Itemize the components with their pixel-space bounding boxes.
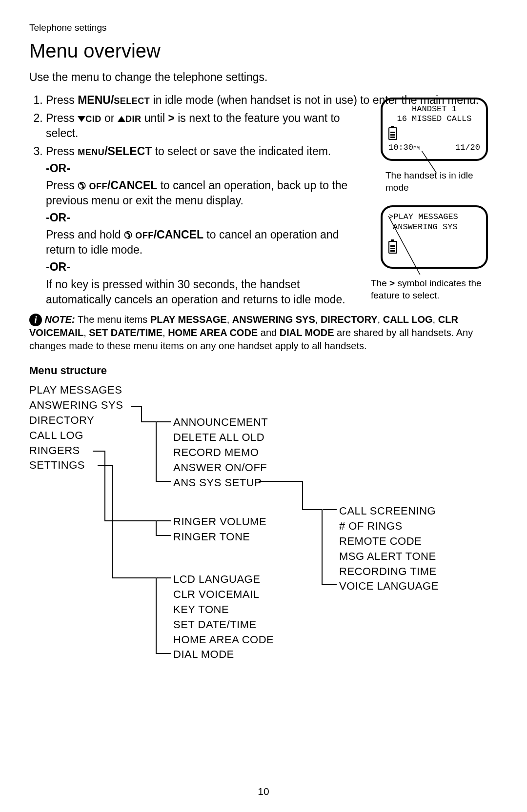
section-label: Telephone settings xyxy=(29,22,498,33)
page-title: Menu overview xyxy=(29,40,498,62)
menu-tree: PLAY MESSAGES ANSWERING SYS DIRECTORY CA… xyxy=(29,383,498,685)
tree-col-3: CALL SCREENING # OF RINGS REMOTE CODE MS… xyxy=(339,504,439,594)
intro-text: Use the menu to change the telephone set… xyxy=(29,71,498,84)
tree-col-2b: RINGER VOLUME RINGER TONE xyxy=(173,515,266,545)
page-number: 10 xyxy=(0,786,527,797)
svg-line-1 xyxy=(388,216,423,275)
tree-col-2a: ANNOUNCEMENT DELETE ALL OLD RECORD MEMO … xyxy=(173,415,268,490)
screen-illustrations: HANDSET 1 16 MISSED CALLS 10:30PM 11/20 … xyxy=(371,98,498,314)
manual-page: Telephone settings Menu overview Use the… xyxy=(0,0,527,812)
svg-line-0 xyxy=(422,151,436,173)
phone-icon: ✆ xyxy=(124,229,132,242)
battery-icon xyxy=(388,127,397,140)
tree-col-1: PLAY MESSAGES ANSWERING SYS DIRECTORY CA… xyxy=(29,383,123,473)
menu-screen: >PLAY MESSAGES ANSWERING SYS xyxy=(381,205,488,269)
up-arrow-icon xyxy=(118,116,125,122)
menu-structure-heading: Menu structure xyxy=(29,364,498,377)
tree-col-2c: LCD LANGUAGE CLR VOICEMAIL KEY TONE SET … xyxy=(173,572,274,662)
idle-screen: HANDSET 1 16 MISSED CALLS 10:30PM 11/20 xyxy=(381,98,488,161)
phone-icon: ✆ xyxy=(78,179,86,193)
info-icon: i xyxy=(29,314,42,326)
down-arrow-icon xyxy=(78,116,85,122)
menu-caption: The > symbol indicates the feature to se… xyxy=(371,277,498,301)
note-block: i NOTE: The menu items PLAY MESSAGE, ANS… xyxy=(29,313,498,353)
